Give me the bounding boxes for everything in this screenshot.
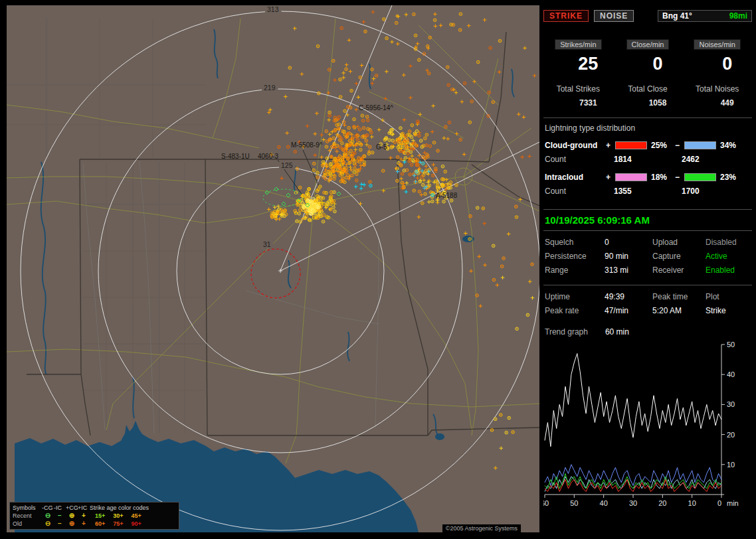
ic-negative-count: 1700 xyxy=(682,187,752,196)
svg-text:C-5956-14^: C-5956-14^ xyxy=(359,104,393,112)
svg-text:125: 125 xyxy=(281,161,293,169)
svg-text:313: 313 xyxy=(267,5,279,13)
positive-sign: + xyxy=(606,141,615,150)
close-per-min-panel: Close/min 0 Total Close 1058 xyxy=(613,39,683,108)
svg-text:219: 219 xyxy=(264,84,276,92)
ic-positive-percent: 18% xyxy=(648,173,675,182)
positive-sign: + xyxy=(606,173,615,182)
copyright-text: ©2005 Astrogenic Systems xyxy=(442,524,521,532)
noises-per-min-value: 0 xyxy=(692,54,756,74)
divider xyxy=(543,230,752,231)
svg-text:50: 50 xyxy=(727,341,735,348)
total-strikes-label: Total Strikes xyxy=(543,84,613,94)
ic-negative-color-bar xyxy=(684,173,716,181)
range-value: 313 mi xyxy=(605,266,652,275)
upload-status: Disabled xyxy=(706,238,752,247)
cg-negative-color-bar xyxy=(684,141,716,149)
trend-graph-header: Trend graph 60 min xyxy=(543,327,752,337)
lightning-map[interactable]: 31321912531C-5956-14^M-5508-9^S-483-1U40… xyxy=(7,5,539,532)
intracloud-label: Intracloud xyxy=(545,173,606,182)
sidebar: STRIKE NOISE Bng 41° 98mi Strikes/min 25… xyxy=(543,0,752,539)
bearing-distance: 98mi xyxy=(729,11,747,21)
svg-text:30: 30 xyxy=(629,499,637,507)
cg-positive-count: 1814 xyxy=(614,155,682,164)
trend-graph-label: Trend graph xyxy=(545,327,588,337)
svg-text:min: min xyxy=(727,499,739,507)
squelch-label: Squelch xyxy=(545,238,605,247)
svg-text:A-5188: A-5188 xyxy=(436,192,458,199)
map-canvas[interactable]: 31321912531C-5956-14^M-5508-9^S-483-1U40… xyxy=(7,5,539,532)
negative-sign: − xyxy=(675,141,684,150)
persistence-label: Persistence xyxy=(545,252,605,261)
cg-count-label: Count xyxy=(545,155,614,164)
settings-grid: Squelch 0 Upload Disabled Persistence 90… xyxy=(543,238,752,275)
strike-indicator-button[interactable]: STRIKE xyxy=(543,10,589,22)
divider xyxy=(543,117,752,118)
bearing-readout: Bng 41° 98mi xyxy=(658,10,752,22)
noises-per-min-badge[interactable]: Noises/min xyxy=(694,39,740,50)
svg-text:10: 10 xyxy=(727,461,735,469)
cloud-ground-row: Cloud-ground + 25% − 34% Count 1814 2462 xyxy=(543,139,752,167)
peak-rate-label: Peak rate xyxy=(545,306,605,315)
strike-legend: Symbols-CG-IC+CG+ICStrike age color code… xyxy=(9,502,179,530)
total-strikes-value: 7331 xyxy=(553,98,623,108)
svg-text:0: 0 xyxy=(717,499,721,507)
receiver-status: Enabled xyxy=(706,266,752,275)
receiver-label: Receiver xyxy=(652,266,706,275)
ic-positive-count: 1355 xyxy=(614,187,682,196)
trend-graph-background xyxy=(543,341,748,514)
range-label: Range xyxy=(545,266,605,275)
total-noises-value: 449 xyxy=(692,98,756,108)
peak-time-value: 5:20 AM xyxy=(652,306,706,315)
close-per-min-value: 0 xyxy=(623,54,693,74)
divider xyxy=(543,285,752,285)
svg-text:50: 50 xyxy=(570,499,578,507)
persistence-value: 90 min xyxy=(605,252,652,261)
cloud-ground-label: Cloud-ground xyxy=(545,141,606,150)
trend-graph-window: 60 min xyxy=(605,327,629,337)
strikes-per-min-value: 25 xyxy=(553,54,623,74)
negative-sign: − xyxy=(675,173,684,182)
svg-text:31: 31 xyxy=(263,240,271,248)
svg-text:M-5508-9^: M-5508-9^ xyxy=(291,141,323,149)
strikes-per-min-badge[interactable]: Strikes/min xyxy=(555,39,601,50)
squelch-value: 0 xyxy=(605,238,652,247)
svg-text:10: 10 xyxy=(688,499,696,507)
cg-positive-color-bar xyxy=(615,141,647,149)
peak-rate-value: 47/min xyxy=(605,306,652,315)
status-grid: Uptime 49:39 Peak time Plot Peak rate 47… xyxy=(543,292,752,315)
svg-text:20: 20 xyxy=(658,499,666,507)
svg-text:20: 20 xyxy=(727,431,735,439)
svg-text:40: 40 xyxy=(727,370,735,378)
peak-time-label: Peak time xyxy=(652,292,706,301)
ic-count-label: Count xyxy=(545,187,614,196)
ic-negative-percent: 23% xyxy=(717,173,743,182)
noise-indicator-button[interactable]: NOISE xyxy=(594,10,634,22)
plot-mode-value: Strike xyxy=(706,306,752,315)
svg-text:60: 60 xyxy=(543,499,549,507)
datetime-display: 10/19/2025 6:09:16 AM xyxy=(545,214,752,226)
cg-positive-percent: 25% xyxy=(648,141,675,150)
total-close-value: 1058 xyxy=(623,98,693,108)
topbar: STRIKE NOISE Bng 41° 98mi xyxy=(543,10,752,22)
total-noises-label: Total Noises xyxy=(682,84,752,94)
capture-status: Active xyxy=(706,252,752,261)
rate-panels: Strikes/min 25 Total Strikes 7331 Close/… xyxy=(543,39,752,108)
uptime-label: Uptime xyxy=(545,292,605,301)
cg-negative-count: 2462 xyxy=(682,155,752,164)
intracloud-row: Intracloud + 18% − 23% Count 1355 1700 xyxy=(543,171,752,199)
svg-text:4060-3: 4060-3 xyxy=(258,153,279,160)
uptime-value: 49:39 xyxy=(605,292,652,301)
distribution-title: Lightning type distribution xyxy=(545,123,752,133)
ic-positive-color-bar xyxy=(615,173,647,181)
divider xyxy=(543,209,752,210)
capture-label: Capture xyxy=(652,252,706,261)
trend-graph: 50403020106050403020100min xyxy=(543,341,748,514)
cg-negative-percent: 34% xyxy=(717,141,743,150)
close-per-min-badge[interactable]: Close/min xyxy=(626,39,670,50)
bearing-label: Bng 41° xyxy=(662,11,692,21)
total-close-label: Total Close xyxy=(613,84,683,94)
svg-text:40: 40 xyxy=(600,499,608,507)
plot-label: Plot xyxy=(706,292,752,301)
svg-text:G-5: G-5 xyxy=(376,143,387,151)
